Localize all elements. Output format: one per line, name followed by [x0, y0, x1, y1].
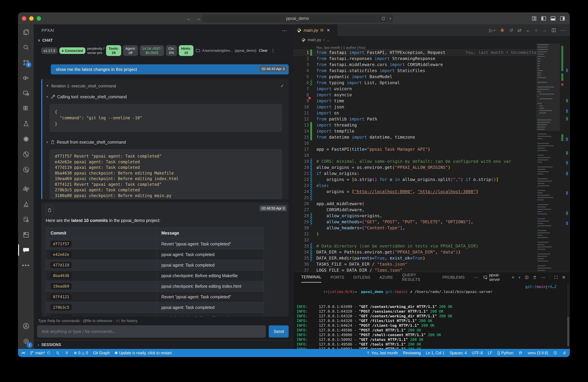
- python-env-indicator[interactable]: venv (3.9.6): [528, 351, 548, 355]
- send-button[interactable]: Send: [269, 325, 289, 338]
- sidebar-item-gitlens[interactable]: [18, 147, 34, 162]
- sidebar-item-python[interactable]: [18, 181, 34, 197]
- terminal-more-icon[interactable]: ⋯: [541, 275, 546, 280]
- github-button[interactable]: [518, 351, 523, 355]
- new-terminal-button[interactable]: +: [511, 275, 514, 280]
- remote-indicator[interactable]: ><: [21, 351, 25, 355]
- branch-indicator[interactable]: main*: [30, 351, 51, 355]
- encoding-indicator[interactable]: UTF-8: [472, 351, 483, 355]
- chat-section-header[interactable]: ∨ CHAT: [34, 37, 293, 44]
- sidebar-item-run-debug[interactable]: [18, 70, 34, 85]
- toggle-secondary-sidebar-icon[interactable]: [560, 16, 565, 21]
- close-window-button[interactable]: [22, 16, 26, 21]
- panel-tab-ports[interactable]: PORTS: [331, 272, 344, 282]
- breadcrumb[interactable]: main.py › ...: [294, 36, 570, 43]
- blame-indicator[interactable]: You, last month: [366, 351, 398, 355]
- iteration-header[interactable]: ▼ Iteration 1: execute_shell_command ✓: [46, 83, 284, 89]
- customize-layout-icon[interactable]: [531, 16, 537, 21]
- eol-indicator[interactable]: LF: [488, 351, 492, 355]
- tool-call-header[interactable]: ▼ Calling tool: execute_shell_command: [46, 94, 284, 99]
- sidebar-item-testing[interactable]: [18, 116, 34, 131]
- code-line-17: 17app = FastAPI(title="ppxai Task Manage…: [294, 146, 536, 152]
- terminal-instance[interactable]: ppxai-server: [483, 273, 507, 282]
- terminal-scrollbar[interactable]: [567, 284, 569, 347]
- timeline-icon[interactable]: ↺: [509, 28, 513, 33]
- sidebar-item-notebook[interactable]: [18, 227, 34, 242]
- hints-badge[interactable]: Hints: 15: [179, 45, 194, 56]
- accounts-button[interactable]: [18, 318, 34, 334]
- minimize-window-button[interactable]: [29, 16, 34, 21]
- launch-button[interactable]: [65, 351, 69, 355]
- chat-input[interactable]: [37, 325, 266, 338]
- reviewing-indicator[interactable]: Reviewing: [403, 351, 421, 355]
- tool-result-header[interactable]: ▼ Result from execute_shell_command: [46, 140, 284, 145]
- sidebar-item-explorer[interactable]: [18, 24, 34, 40]
- panel-tab-gitlens[interactable]: GITLENS: [353, 272, 371, 282]
- compare-button[interactable]: [56, 351, 60, 355]
- terminal-output[interactable]: (∗|colima:N/A)→ ppxai_demo git:(main) ✗ …: [294, 282, 570, 349]
- refresh-icon[interactable]: [381, 16, 386, 21]
- clear-button[interactable]: Clear: [259, 48, 268, 53]
- cursor-position[interactable]: Ln 1, Col 1: [426, 351, 444, 355]
- sidebar-item-gitlens-inspect[interactable]: [18, 162, 34, 177]
- kill-terminal-icon[interactable]: [533, 275, 537, 280]
- sessions-section-header[interactable]: › SESSIONS: [34, 340, 293, 349]
- sidebar-item-remote-explorer[interactable]: [18, 85, 34, 101]
- problems-indicator[interactable]: ⊗0 △0: [74, 351, 88, 355]
- breadcrumb-symbol[interactable]: ...: [326, 38, 330, 42]
- split-editor-icon[interactable]: [551, 28, 556, 33]
- codelens-blame[interactable]: You, last month | 1 author (You): [294, 43, 536, 50]
- notifications-button[interactable]: [562, 351, 566, 355]
- sidebar-item-extensions[interactable]: [18, 101, 34, 116]
- compare-changes-icon[interactable]: ⇄: [518, 28, 522, 33]
- kebab-menu-icon[interactable]: ⋮: [271, 48, 275, 53]
- minimap[interactable]: [536, 43, 560, 272]
- sidebar-item-chat[interactable]: [18, 242, 34, 258]
- run-python-file-button[interactable]: ▷∨: [489, 28, 495, 33]
- sidebar-item-cmake-tools[interactable]: [18, 212, 34, 227]
- agent-badge[interactable]: Agent: off: [123, 45, 138, 56]
- split-terminal-icon[interactable]: [525, 275, 529, 280]
- breadcrumb-file[interactable]: main.py: [308, 38, 321, 42]
- panel-tab-terminal[interactable]: TERMINAL: [301, 272, 321, 282]
- forward-icon[interactable]: →: [196, 16, 201, 21]
- toggle-panel-icon[interactable]: [550, 16, 556, 21]
- code-editor[interactable]: You, last month | 1 author (You) 1from f…: [294, 43, 570, 272]
- minimap-slider[interactable]: [536, 43, 560, 131]
- command-center-search[interactable]: ppxai_demo ∨: [202, 14, 393, 23]
- layout-controls: [531, 16, 565, 21]
- chevron-down-icon[interactable]: ∨: [389, 17, 392, 20]
- code-line-33: 33# Data directory (can be overridden in…: [294, 243, 536, 249]
- tools-badge[interactable]: Tools: 29: [106, 45, 121, 56]
- code-line-26: 26app.add_middleware(: [294, 201, 536, 207]
- toggle-primary-sidebar-icon[interactable]: [541, 16, 546, 21]
- panel-tabs-more-icon[interactable]: ⋯: [474, 275, 478, 280]
- go-forward-icon[interactable]: →: [542, 28, 547, 33]
- indentation-indicator[interactable]: Spaces: 4: [449, 351, 467, 355]
- ai-starburst-icon[interactable]: [500, 28, 505, 33]
- sidebar-item-azure[interactable]: [18, 197, 34, 212]
- sidebar-item-more[interactable]: •••: [18, 258, 34, 273]
- sidebar-item-ai-extension[interactable]: [18, 131, 34, 147]
- panel-tab-problems[interactable]: PROBLEMS: [442, 272, 465, 282]
- terminal-dropdown-icon[interactable]: ∨: [518, 276, 521, 279]
- tab-main-py[interactable]: main.py M ✕: [294, 24, 337, 36]
- panel-tab-query-results[interactable]: QUERY RESULTS: [402, 272, 433, 282]
- maximize-window-button[interactable]: [37, 16, 41, 21]
- go-back-icon[interactable]: ←: [526, 28, 530, 33]
- timer-button[interactable]: [553, 351, 557, 355]
- settings-button[interactable]: 1: [18, 334, 34, 349]
- git-graph-button[interactable]: Git Graph: [93, 351, 110, 355]
- sidebar-item-source-control[interactable]: 8: [18, 55, 34, 70]
- sidebar-item-search[interactable]: [18, 40, 34, 55]
- back-icon[interactable]: ←: [186, 16, 191, 21]
- panel-more-icon[interactable]: ⋯: [282, 28, 288, 33]
- panel-tab-azure[interactable]: AZURE: [379, 272, 393, 282]
- maximize-panel-icon[interactable]: [554, 275, 558, 280]
- close-panel-icon[interactable]: ✕: [562, 275, 566, 280]
- update-notice[interactable]: Update is ready, click to restart.: [115, 351, 173, 355]
- more-actions-icon[interactable]: ⋯: [561, 28, 565, 33]
- language-indicator[interactable]: {}Python: [497, 351, 513, 355]
- last-edit-location-icon[interactable]: ○: [535, 28, 538, 33]
- close-tab-icon[interactable]: ✕: [327, 28, 330, 33]
